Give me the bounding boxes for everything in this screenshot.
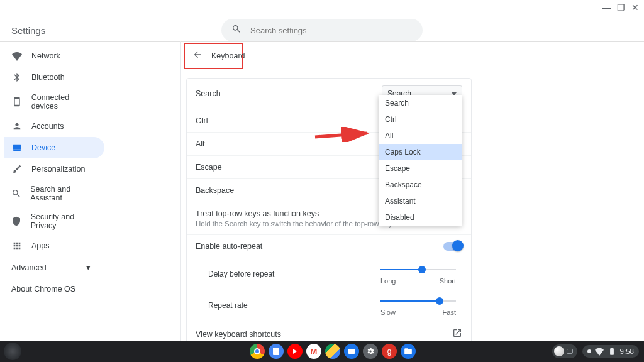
dropdown-option-alt[interactable]: Alt <box>379 128 462 144</box>
app-youtube[interactable] <box>287 344 303 359</box>
avatar-pill[interactable] <box>552 344 577 358</box>
shield-icon <box>11 216 22 227</box>
sidebar-item-security-privacy[interactable]: Security and Privacy <box>4 207 104 235</box>
dropdown-option-disabled[interactable]: Disabled <box>379 209 462 226</box>
sidebar-item-label: Search and Assistant <box>30 185 97 202</box>
close-button[interactable]: ✕ <box>631 3 639 13</box>
shelf-apps: M g <box>250 344 416 359</box>
row-label: Escape <box>196 163 222 172</box>
dropdown-option-search[interactable]: Search <box>379 95 462 111</box>
slider-label: Delay before repeat <box>208 270 274 278</box>
wifi-icon <box>11 50 23 62</box>
row-view-shortcuts[interactable]: View keyboard shortcuts <box>187 321 471 341</box>
bluetooth-icon <box>11 72 23 83</box>
slider-max-label: Fast <box>443 309 456 316</box>
avatar-icon <box>554 346 564 356</box>
sidebar-item-label: Bluetooth <box>31 73 65 82</box>
back-button[interactable] <box>192 50 203 62</box>
dropdown-option-assistant[interactable]: Assistant <box>379 193 462 209</box>
app-settings[interactable] <box>363 344 378 359</box>
app-docs[interactable] <box>269 344 284 359</box>
sidebar-item-label: Apps <box>31 241 50 250</box>
laptop-icon <box>11 142 23 153</box>
search-input[interactable] <box>250 26 413 35</box>
row-label: Search <box>196 89 221 98</box>
about-label: About Chrome OS <box>11 285 75 293</box>
app-drive[interactable] <box>325 344 340 359</box>
app-gmail[interactable]: M <box>306 344 321 359</box>
wifi-status-icon <box>595 347 604 356</box>
row-label: Ctrl <box>196 116 208 125</box>
window-controls: — ❐ ✕ <box>602 3 639 13</box>
battery-icon <box>608 347 616 356</box>
apps-icon <box>11 240 23 251</box>
sidebar-item-connected-devices[interactable]: Connected devices <box>4 88 104 116</box>
app-files[interactable] <box>401 344 416 359</box>
row-auto-repeat: Enable auto-repeat <box>187 235 471 258</box>
row-label: View keyboard shortcuts <box>196 330 281 339</box>
slider-label: Repeat rate <box>208 301 248 310</box>
sidebar-about[interactable]: About Chrome OS <box>4 278 104 300</box>
sidebar-item-accounts[interactable]: Accounts <box>4 116 104 137</box>
slider-min-label: Slow <box>380 309 396 316</box>
main-content: Keyboard Search Search Ctrl Alt Escape B… <box>180 41 477 341</box>
sidebar-item-search-assistant[interactable]: Search and Assistant <box>4 180 104 207</box>
row-label: Enable auto-repeat <box>196 242 262 251</box>
app-messages[interactable] <box>344 344 359 359</box>
advanced-label: Advanced <box>11 263 47 272</box>
app-generic-red[interactable]: g <box>382 344 397 359</box>
auto-repeat-toggle[interactable] <box>443 242 462 251</box>
delay-slider[interactable] <box>380 263 456 276</box>
chevron-down-icon: ▾ <box>86 263 91 272</box>
search-icon <box>11 188 21 199</box>
app-title: Settings <box>11 25 45 36</box>
clock: 9:58 <box>620 348 634 355</box>
sidebar-item-label: Device <box>31 143 55 152</box>
sidebar-item-label: Network <box>31 52 60 60</box>
search-icon <box>231 24 242 36</box>
notification-dot-icon <box>587 349 591 353</box>
slider-min-label: Long <box>380 277 396 285</box>
page-header: Keyboard <box>184 43 243 69</box>
row-label: Alt <box>196 140 205 148</box>
sidebar-item-label: Security and Privacy <box>31 212 97 230</box>
external-link-icon <box>452 328 462 340</box>
rate-slider[interactable] <box>380 295 456 307</box>
phone-icon <box>11 96 23 107</box>
sidebar-item-label: Connected devices <box>31 93 97 111</box>
launcher-button[interactable] <box>4 343 21 360</box>
search-key-dropdown: Search Ctrl Alt Caps Lock Escape Backspa… <box>379 95 462 226</box>
restore-button[interactable]: ❐ <box>617 3 625 13</box>
row-repeat-rate: Repeat rate Slow Fast <box>187 290 471 321</box>
search-box[interactable] <box>221 19 423 41</box>
app-header: Settings <box>0 19 644 41</box>
sidebar-item-bluetooth[interactable]: Bluetooth <box>4 67 104 88</box>
system-tray[interactable]: 9:58 <box>552 344 639 358</box>
sidebar-item-network[interactable]: Network <box>4 45 104 67</box>
sidebar-item-apps[interactable]: Apps <box>4 235 104 256</box>
dropdown-option-escape[interactable]: Escape <box>379 160 462 177</box>
sidebar-item-personalization[interactable]: Personalization <box>4 158 104 180</box>
dropdown-option-capslock[interactable]: Caps Lock <box>379 144 462 160</box>
page-title: Keyboard <box>211 52 245 60</box>
brush-icon <box>11 163 23 175</box>
dropdown-option-backspace[interactable]: Backspace <box>379 177 462 193</box>
slider-max-label: Short <box>440 277 456 285</box>
sidebar-item-label: Personalization <box>31 165 85 173</box>
row-sublabel: Hold the Search key to switch the behavi… <box>196 220 396 228</box>
row-delay-before-repeat: Delay before repeat Long Short <box>187 258 471 290</box>
sidebar: Network Bluetooth Connected devices Acco… <box>4 45 104 300</box>
sidebar-item-device[interactable]: Device <box>4 137 104 158</box>
row-label: Backspace <box>196 186 234 195</box>
minimize-button[interactable]: — <box>602 3 611 13</box>
dropdown-option-ctrl[interactable]: Ctrl <box>379 111 462 128</box>
sidebar-item-label: Accounts <box>31 122 64 131</box>
app-chrome[interactable] <box>250 344 265 359</box>
person-icon <box>11 121 23 132</box>
sidebar-advanced[interactable]: Advanced ▾ <box>4 256 98 278</box>
row-label: Treat top-row keys as function keys <box>196 209 319 218</box>
shelf: M g 9:58 <box>0 341 644 362</box>
status-pill[interactable]: 9:58 <box>582 345 639 358</box>
